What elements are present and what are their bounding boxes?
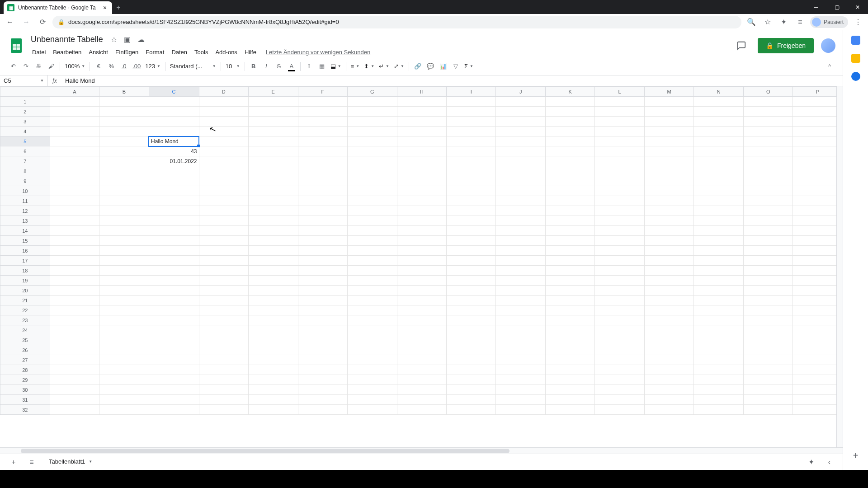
cell[interactable] bbox=[595, 226, 644, 236]
cell[interactable] bbox=[446, 345, 495, 355]
cell[interactable] bbox=[99, 395, 149, 405]
cell[interactable] bbox=[50, 127, 99, 136]
cell[interactable] bbox=[50, 246, 99, 256]
cell[interactable] bbox=[149, 335, 199, 345]
cell[interactable] bbox=[496, 156, 545, 166]
cell[interactable] bbox=[446, 136, 495, 146]
cell[interactable] bbox=[793, 186, 843, 196]
cell[interactable] bbox=[545, 375, 594, 385]
cell[interactable] bbox=[644, 355, 694, 365]
tab-close-icon[interactable]: × bbox=[101, 4, 108, 11]
fill-color-button[interactable]: 🟙 bbox=[303, 61, 315, 72]
cell[interactable] bbox=[149, 345, 199, 355]
cell[interactable] bbox=[446, 286, 495, 296]
row-header[interactable]: 1 bbox=[0, 97, 50, 107]
cell[interactable] bbox=[99, 375, 149, 385]
row-header[interactable]: 7 bbox=[0, 156, 50, 166]
cell[interactable] bbox=[99, 335, 149, 345]
cell[interactable] bbox=[743, 226, 793, 236]
cell[interactable] bbox=[50, 216, 99, 226]
last-edit-link[interactable]: Letzte Änderung vor wenigen Sekunden bbox=[266, 49, 370, 56]
cell[interactable] bbox=[644, 286, 694, 296]
cell[interactable] bbox=[793, 196, 843, 206]
cell[interactable] bbox=[446, 405, 495, 415]
cell[interactable] bbox=[298, 276, 347, 286]
cell[interactable] bbox=[50, 107, 99, 117]
row-header[interactable]: 22 bbox=[0, 305, 50, 315]
cell[interactable] bbox=[397, 375, 446, 385]
menu-edit[interactable]: Bearbeiten bbox=[50, 47, 85, 57]
decrease-decimal-button[interactable]: .0 bbox=[118, 61, 130, 72]
row-header[interactable]: 26 bbox=[0, 345, 50, 355]
cell[interactable] bbox=[50, 156, 99, 166]
cell[interactable] bbox=[545, 385, 594, 395]
cell[interactable] bbox=[249, 176, 298, 186]
cell[interactable] bbox=[694, 156, 743, 166]
cell[interactable] bbox=[595, 246, 644, 256]
cell[interactable] bbox=[99, 236, 149, 246]
cell[interactable] bbox=[644, 256, 694, 266]
cell[interactable] bbox=[298, 206, 347, 216]
cell[interactable] bbox=[50, 196, 99, 206]
cell[interactable] bbox=[249, 107, 298, 117]
cell[interactable] bbox=[545, 276, 594, 286]
text-rotation-button[interactable]: ⤢▼ bbox=[392, 63, 406, 70]
cell[interactable] bbox=[50, 97, 99, 107]
cell[interactable] bbox=[99, 365, 149, 375]
row-header[interactable]: 9 bbox=[0, 176, 50, 186]
cell[interactable] bbox=[298, 216, 347, 226]
cell[interactable] bbox=[743, 325, 793, 335]
row-header[interactable]: 11 bbox=[0, 196, 50, 206]
cell[interactable] bbox=[496, 345, 545, 355]
cell[interactable] bbox=[348, 315, 397, 325]
keep-icon[interactable] bbox=[851, 54, 860, 63]
column-header[interactable]: J bbox=[496, 87, 545, 97]
cell[interactable] bbox=[793, 107, 843, 117]
cell[interactable] bbox=[249, 127, 298, 136]
cell[interactable] bbox=[397, 405, 446, 415]
cell[interactable] bbox=[595, 196, 644, 206]
cell[interactable] bbox=[595, 107, 644, 117]
bold-button[interactable]: B bbox=[248, 61, 259, 72]
cell[interactable] bbox=[694, 286, 743, 296]
cell[interactable] bbox=[249, 325, 298, 335]
cell[interactable] bbox=[397, 385, 446, 395]
cell[interactable] bbox=[694, 325, 743, 335]
functions-button[interactable]: Σ▼ bbox=[462, 63, 475, 70]
cell[interactable] bbox=[496, 335, 545, 345]
cell[interactable] bbox=[50, 136, 99, 146]
cell[interactable] bbox=[348, 365, 397, 375]
cell[interactable] bbox=[298, 355, 347, 365]
cell[interactable] bbox=[595, 216, 644, 226]
cell[interactable] bbox=[149, 127, 199, 136]
cell[interactable] bbox=[348, 335, 397, 345]
cell[interactable] bbox=[298, 136, 347, 146]
document-title[interactable]: Unbenannte Tabelle bbox=[29, 34, 105, 45]
cell[interactable] bbox=[298, 107, 347, 117]
cell[interactable] bbox=[298, 385, 347, 395]
cell[interactable] bbox=[694, 136, 743, 146]
cell[interactable] bbox=[249, 286, 298, 296]
cell[interactable] bbox=[50, 345, 99, 355]
cell[interactable] bbox=[348, 196, 397, 206]
cell[interactable] bbox=[743, 186, 793, 196]
cell[interactable] bbox=[545, 345, 594, 355]
cell[interactable] bbox=[397, 246, 446, 256]
cell[interactable] bbox=[249, 375, 298, 385]
cell[interactable] bbox=[99, 296, 149, 305]
cell[interactable] bbox=[793, 256, 843, 266]
cell[interactable] bbox=[496, 117, 545, 127]
cell[interactable] bbox=[199, 156, 249, 166]
cell[interactable] bbox=[149, 405, 199, 415]
cell[interactable] bbox=[496, 166, 545, 176]
cell[interactable] bbox=[149, 246, 199, 256]
font-format-select[interactable]: Standard (...▼ bbox=[168, 63, 218, 70]
cell[interactable] bbox=[298, 236, 347, 246]
cell[interactable] bbox=[694, 236, 743, 246]
horizontal-align-button[interactable]: ≡▼ bbox=[349, 63, 362, 70]
cell[interactable] bbox=[595, 385, 644, 395]
forward-button[interactable]: → bbox=[20, 16, 33, 28]
column-header[interactable]: O bbox=[743, 87, 793, 97]
cell[interactable] bbox=[348, 276, 397, 286]
cell[interactable] bbox=[793, 216, 843, 226]
